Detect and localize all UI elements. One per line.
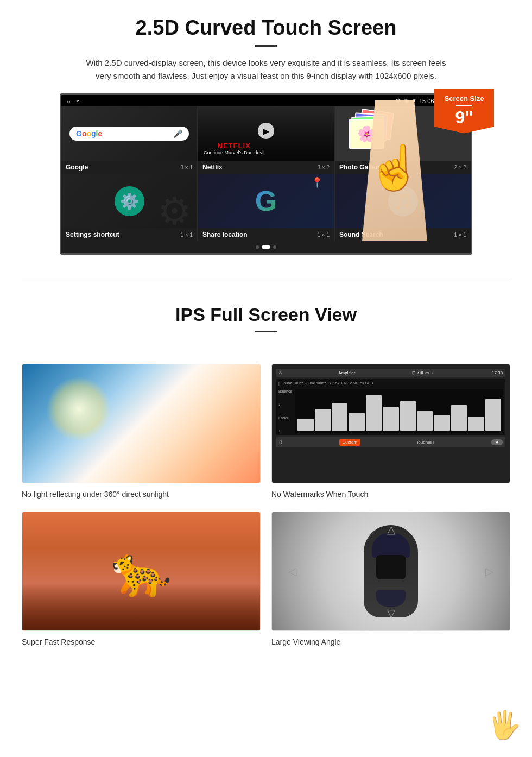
amp-home-icon: ⌂ xyxy=(279,370,282,375)
screen-size-badge: Screen Size 9" xyxy=(434,89,494,134)
amp-bar-5 xyxy=(366,395,382,431)
app-grid-row1: Google 🎤 Google 3 × 1 ▶ xyxy=(61,106,471,174)
amp-bar-4 xyxy=(349,413,364,431)
wifi-icon: ▾ xyxy=(413,97,416,104)
app-grid-row2: ⚙️ ⚙ Settings shortcut 1 × 1 G 📍 xyxy=(61,174,471,241)
sunlight-image xyxy=(22,364,260,483)
settings-content: ⚙️ ⚙ xyxy=(61,174,197,228)
dot-1 xyxy=(256,245,259,249)
gallery-label: Photo Gallery xyxy=(339,163,382,171)
netflix-subtitle: Continue Marvel's Daredevil xyxy=(204,150,264,155)
feature-sunlight: No light reflecting under 360° direct su… xyxy=(22,364,261,501)
section-curved-screen: 2.5D Curved Touch Screen With 2.5D curve… xyxy=(0,0,532,260)
amplifier-image: ⌂ Amplifier ⊡ ♪ ⊠ ▭ ← 17:33 ||| 60hz 100… xyxy=(272,364,510,483)
app-cell-google[interactable]: Google 🎤 Google 3 × 1 xyxy=(61,106,197,174)
share-label: Share location xyxy=(202,231,248,238)
car-top-image: ◁ ▷ △ ▽ xyxy=(272,512,510,630)
title-divider xyxy=(255,45,277,47)
share-size: 1 × 1 xyxy=(317,232,330,238)
netflix-label-row: Netflix 3 × 2 xyxy=(198,161,334,174)
netflix-cell-content: ▶ NETFLIX Continue Marvel's Daredevil xyxy=(198,106,334,161)
feature-label-car: Large Viewing Angle xyxy=(271,635,510,648)
screen-wrapper: Screen Size 9" ⌂ ⌁ ✲ ◉ ▾ 15:06 ⊡ ♪ ⊠ xyxy=(60,93,472,255)
settings-label: Settings shortcut xyxy=(66,231,119,238)
flower-icon: 🌸 xyxy=(357,125,376,143)
section1-description: With 2.5D curved-display screen, this de… xyxy=(81,56,451,83)
location-icon: ◉ xyxy=(404,97,409,104)
feature-car: ◁ ▷ △ ▽ Large Viewing Angle xyxy=(271,512,510,648)
feature-label-cheetah: Super Fast Response xyxy=(22,635,261,648)
google-size: 3 × 1 xyxy=(180,165,193,171)
share-content: G 📍 xyxy=(198,174,334,228)
status-bar: ⌂ ⌁ ✲ ◉ ▾ 15:06 ⊡ ♪ ⊠ ▭ xyxy=(61,95,471,106)
amp-bar-10 xyxy=(451,405,467,431)
sound-label-row: Sound Search 1 × 1 xyxy=(335,228,471,241)
google-cell-content: Google 🎤 xyxy=(61,106,197,161)
feature-img-amplifier: ⌂ Amplifier ⊡ ♪ ⊠ ▭ ← 17:33 ||| 60hz 100… xyxy=(271,364,510,483)
amp-freq-labels: 60hz 100hz 200hz 500hz 1k 2.5k 10k 12.5k… xyxy=(283,381,373,385)
amp-toggle[interactable]: ● xyxy=(491,439,503,445)
netflix-play-button[interactable]: ▶ xyxy=(258,123,274,139)
settings-icon: ⚙️ xyxy=(115,186,144,216)
amp-prev-icon: ⟨⟨ xyxy=(279,440,282,445)
amp-footer: ⟨⟨ Custom loudness ● xyxy=(276,437,505,447)
google-logo: Google xyxy=(76,129,102,138)
feature-img-car: ◁ ▷ △ ▽ xyxy=(271,512,510,631)
gallery-label-row: Photo Gallery 2 × 2 xyxy=(335,161,471,174)
badge-divider xyxy=(456,105,472,106)
cheetah-image: 🐆 xyxy=(22,512,260,630)
app-cell-netflix[interactable]: ▶ NETFLIX Continue Marvel's Daredevil Ne… xyxy=(198,106,334,174)
sound-label: Sound Search xyxy=(339,231,383,238)
badge-size: 9" xyxy=(439,109,490,126)
app-cell-sound[interactable]: 🎵 Sound Search 1 × 1 xyxy=(335,174,471,241)
google-search-bar[interactable]: Google 🎤 xyxy=(69,127,189,141)
app-cell-settings[interactable]: ⚙️ ⚙ Settings shortcut 1 × 1 xyxy=(61,174,197,241)
scroll-dots xyxy=(61,241,471,253)
settings-ghost: ⚙ xyxy=(157,189,192,234)
android-screen: ⌂ ⌁ ✲ ◉ ▾ 15:06 ⊡ ♪ ⊠ ▭ xyxy=(60,93,472,255)
amp-bar-1 xyxy=(297,419,313,431)
feature-img-cheetah: 🐆 xyxy=(22,512,261,631)
amp-bars xyxy=(295,389,503,433)
feature-amplifier: ⌂ Amplifier ⊡ ♪ ⊠ ▭ ← 17:33 ||| 60hz 100… xyxy=(271,364,510,501)
sound-content: 🎵 xyxy=(335,174,471,228)
share-label-row: Share location 1 × 1 xyxy=(198,228,334,241)
feature-label-amplifier: No Watermarks When Touch xyxy=(271,488,510,501)
section-ips: IPS Full Screen View xyxy=(0,299,532,353)
section2-title: IPS Full Screen View xyxy=(33,304,499,325)
status-left: ⌂ ⌁ xyxy=(67,97,80,104)
amp-bar-8 xyxy=(417,411,433,431)
amp-bar-12 xyxy=(485,399,501,431)
netflix-size: 3 × 2 xyxy=(317,165,330,171)
amp-bar-3 xyxy=(332,403,347,431)
angle-arrow-right: ▷ xyxy=(485,565,493,578)
amp-bar-2 xyxy=(315,409,331,431)
app-cell-share[interactable]: G 📍 Share location 1 × 1 xyxy=(198,174,334,241)
feature-img-sunlight xyxy=(22,364,261,483)
maps-pin-icon: 📍 xyxy=(311,176,323,188)
section1-title: 2.5D Curved Touch Screen xyxy=(33,16,499,40)
amp-bar-11 xyxy=(468,417,484,431)
angle-arrow-bottom: ▽ xyxy=(387,607,395,620)
amp-bar-6 xyxy=(383,407,398,431)
amp-custom-button[interactable]: Custom xyxy=(339,439,361,446)
microphone-icon: 🎤 xyxy=(173,129,182,138)
amp-header: ⌂ Amplifier ⊡ ♪ ⊠ ▭ ← 17:33 xyxy=(276,369,505,377)
photo-stack: 🌸 xyxy=(349,111,392,154)
netflix-label: Netflix xyxy=(202,163,223,171)
feature-label-sunlight: No light reflecting under 360° direct su… xyxy=(22,488,261,501)
home-icon[interactable]: ⌂ xyxy=(67,98,71,104)
amp-icons: ⊡ ♪ ⊠ ▭ ← xyxy=(412,370,435,375)
angle-arrow-left: ◁ xyxy=(288,565,296,578)
amp-bar-9 xyxy=(434,415,449,431)
music-icon: 🎵 xyxy=(388,186,418,216)
amp-title: Amplifier xyxy=(338,370,355,375)
netflix-logo-overlay: NETFLIX Continue Marvel's Daredevil xyxy=(204,142,264,155)
angle-arrow-top: △ xyxy=(387,523,395,536)
google-label-row: Google 3 × 1 xyxy=(61,161,197,174)
badge-title: Screen Size xyxy=(439,94,490,103)
sound-size: 1 × 1 xyxy=(454,232,466,238)
amp-bar-7 xyxy=(400,401,416,431)
netflix-logo: NETFLIX xyxy=(204,142,264,150)
dot-3 xyxy=(273,245,276,249)
